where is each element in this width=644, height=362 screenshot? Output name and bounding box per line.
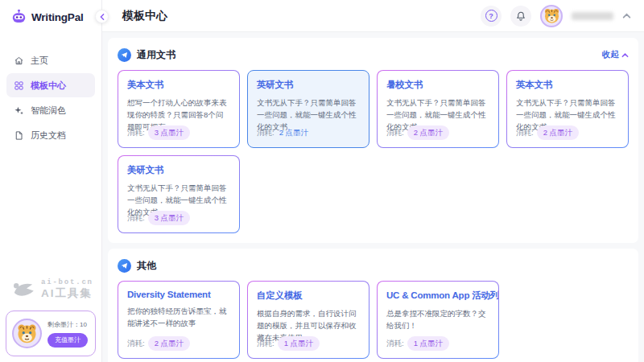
cost-label: 消耗: bbox=[386, 339, 404, 349]
sidebar-item-history-docs[interactable]: 历史文档 bbox=[6, 123, 95, 147]
sidebar-bottom: ai-bot.cn AI工具集 bbox=[0, 278, 101, 362]
cost-badge: 2 点墨汁 bbox=[148, 336, 190, 351]
card-footer: 消耗: 3 点墨汁 bbox=[127, 125, 190, 140]
cost-label: 消耗: bbox=[257, 339, 275, 349]
card-footer: 消耗: 2 点墨汁 bbox=[257, 125, 310, 140]
card-grid: 美本文书 想写一个打动人心的故事来表现你的特质？只需回答8个问题即可拥有 消耗:… bbox=[118, 70, 629, 233]
watermark: ai-bot.cn AI工具集 bbox=[0, 278, 101, 301]
remaining-ink-label: 剩余墨汁：10 bbox=[47, 320, 88, 329]
sidebar-item-smart-polish[interactable]: 智能润色 bbox=[6, 98, 95, 122]
section-other: 其他 Diversity Statement 把你的独特经历告诉墨宝，就能讲述不… bbox=[108, 249, 638, 362]
collapse-label: 收起 bbox=[602, 49, 619, 60]
sidebar-item-template-center[interactable]: 模板中心 bbox=[6, 73, 95, 97]
template-card-uk-grad[interactable]: 英研文书 文书无从下手？只需简单回答一些问题，就能一键生成个性化的文书 消耗: … bbox=[247, 70, 369, 148]
cost-label: 消耗: bbox=[127, 213, 145, 224]
card-title: 美本文书 bbox=[127, 79, 230, 91]
card-title: 英本文书 bbox=[516, 79, 619, 91]
main-content: 通用文书 收起 美本文书 想写一个打动人心的故事来表现你的特质？只需回答8个问题… bbox=[102, 32, 644, 362]
sidebar-collapse-button[interactable] bbox=[95, 10, 109, 23]
cost-badge: 2 点墨汁 bbox=[407, 125, 449, 140]
cost-badge: 1 点墨汁 bbox=[407, 336, 449, 351]
cost-label: 消耗: bbox=[386, 128, 404, 138]
help-button[interactable]: ? bbox=[481, 6, 502, 27]
card-title: Diversity Statement bbox=[127, 290, 230, 299]
tiger-avatar-icon bbox=[543, 7, 560, 24]
card-title: UC & Common App 活动列表 bbox=[386, 290, 489, 302]
ai-bot-watermark-icon bbox=[10, 278, 36, 301]
chevron-up-icon[interactable] bbox=[622, 11, 631, 20]
sparkle-icon bbox=[14, 105, 24, 116]
card-footer: 消耗: 3 点墨汁 bbox=[127, 211, 190, 225]
card-title: 美研文书 bbox=[127, 164, 230, 176]
card-footer: 消耗: 2 点墨汁 bbox=[127, 336, 190, 351]
brand-name: WritingPal bbox=[31, 11, 84, 23]
header-actions: ? bbox=[481, 5, 631, 27]
template-card-summer-school[interactable]: 暑校文书 文书无从下手？只需简单回答一些问题，就能一键生成个性化的文书 消耗: … bbox=[377, 70, 499, 148]
brand-logo: WritingPal bbox=[0, 0, 101, 26]
cost-badge: 3 点墨汁 bbox=[148, 211, 190, 225]
cost-label: 消耗: bbox=[127, 128, 145, 138]
cost-label: 消耗: bbox=[257, 128, 275, 138]
watermark-name: AI工具集 bbox=[41, 286, 93, 301]
template-card-us-undergrad[interactable]: 美本文书 想写一个打动人心的故事来表现你的特质？只需回答8个问题即可拥有 消耗:… bbox=[118, 70, 240, 148]
header: 模板中心 ? bbox=[102, 0, 644, 32]
watermark-domain: ai-bot.cn bbox=[41, 278, 93, 286]
username-redacted bbox=[572, 12, 613, 20]
section-header: 通用文书 收起 bbox=[118, 45, 629, 64]
sidebar-item-label: 主页 bbox=[31, 55, 48, 67]
ink-balance-card: 剩余墨汁：10 充值墨汁 bbox=[6, 311, 96, 356]
card-footer: 消耗: 1 点墨汁 bbox=[386, 336, 449, 351]
section-title: 通用文书 bbox=[137, 48, 175, 62]
cost-badge: 3 点墨汁 bbox=[148, 125, 190, 140]
notifications-button[interactable] bbox=[510, 6, 531, 27]
bell-icon bbox=[515, 10, 526, 22]
card-footer: 消耗: 1 点墨汁 bbox=[257, 336, 320, 351]
page-title: 模板中心 bbox=[122, 9, 167, 23]
card-footer: 消耗: 2 点墨汁 bbox=[386, 125, 449, 140]
robot-logo-icon bbox=[10, 9, 27, 26]
sidebar-item-label: 历史文档 bbox=[31, 130, 66, 142]
cost-badge: 1 点墨汁 bbox=[278, 336, 320, 351]
collapse-section-button[interactable]: 收起 bbox=[602, 49, 629, 60]
cost-badge: 2 点墨汁 bbox=[537, 125, 579, 140]
section-general-documents: 通用文书 收起 美本文书 想写一个打动人心的故事来表现你的特质？只需回答8个问题… bbox=[108, 38, 638, 243]
sidebar: WritingPal 主页 模板中心 智能 bbox=[0, 0, 102, 362]
grid-icon bbox=[14, 80, 24, 91]
sidebar-nav: 主页 模板中心 智能润色 历史文档 bbox=[0, 48, 101, 148]
card-footer: 消耗: 2 点墨汁 bbox=[516, 125, 579, 140]
template-card-diversity-statement[interactable]: Diversity Statement 把你的独特经历告诉墨宝，就能讲述不一样的… bbox=[118, 281, 240, 359]
card-title: 暑校文书 bbox=[386, 79, 489, 91]
help-icon: ? bbox=[485, 10, 497, 22]
recharge-ink-button[interactable]: 充值墨汁 bbox=[47, 333, 88, 348]
document-icon bbox=[14, 130, 24, 141]
tiger-avatar-icon bbox=[16, 323, 38, 344]
sidebar-item-label: 智能润色 bbox=[31, 105, 66, 117]
cost-label: 消耗: bbox=[516, 128, 534, 138]
card-title: 英研文书 bbox=[257, 79, 360, 91]
paper-plane-icon bbox=[118, 259, 131, 273]
sidebar-item-home[interactable]: 主页 bbox=[6, 48, 95, 72]
chevron-left-icon bbox=[99, 14, 105, 20]
home-icon bbox=[14, 56, 24, 66]
card-description: 总是拿捏不准限定的字数？交给我们！ bbox=[386, 307, 489, 331]
user-avatar bbox=[12, 319, 42, 348]
cost-label: 消耗: bbox=[127, 339, 145, 349]
template-card-custom-template[interactable]: 自定义模板 根据自身的需求，自行设计问题的模版，并且可以保存和收藏在未来使用 消… bbox=[247, 281, 369, 359]
sidebar-item-label: 模板中心 bbox=[31, 80, 66, 92]
paper-plane-icon bbox=[118, 48, 131, 62]
card-grid: Diversity Statement 把你的独特经历告诉墨宝，就能讲述不一样的… bbox=[118, 281, 629, 359]
template-card-us-grad[interactable]: 美研文书 文书无从下手？只需简单回答一些问题，就能一键生成个性化的文书 消耗: … bbox=[118, 155, 240, 233]
template-card-uc-commonapp-activity-list[interactable]: UC & Common App 活动列表 总是拿捏不准限定的字数？交给我们！ 消… bbox=[377, 281, 499, 359]
card-description: 把你的独特经历告诉墨宝，就能讲述不一样的故事 bbox=[127, 305, 230, 329]
card-title: 自定义模板 bbox=[257, 290, 360, 302]
cost-badge: 2 点墨汁 bbox=[278, 125, 310, 140]
user-avatar[interactable] bbox=[540, 5, 563, 27]
app-screen: WritingPal 主页 模板中心 智能 bbox=[0, 0, 644, 362]
template-card-uk-undergrad[interactable]: 英本文书 文书无从下手？只需简单回答一些问题，就能一键生成个性化的文书 消耗: … bbox=[506, 70, 629, 148]
section-header: 其他 bbox=[118, 256, 629, 275]
chevron-up-icon bbox=[621, 51, 629, 59]
section-title: 其他 bbox=[137, 259, 156, 273]
